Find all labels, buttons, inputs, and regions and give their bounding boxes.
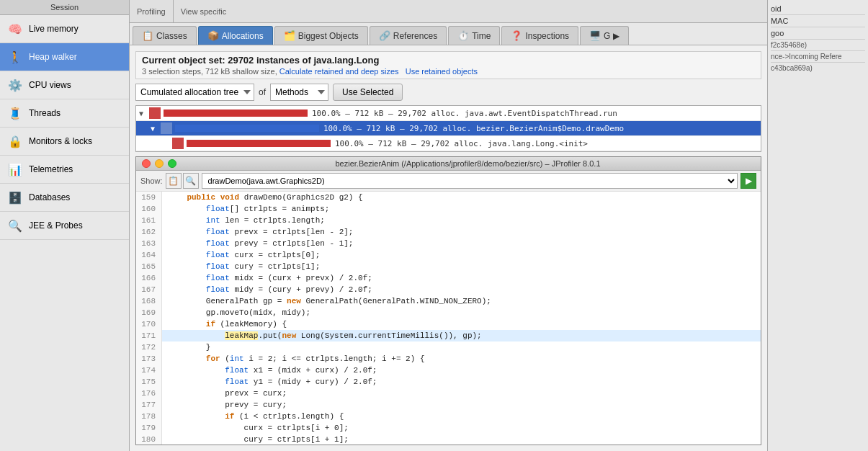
sidebar-item-heap-walker[interactable]: 🚶 Heap walker — [0, 43, 129, 71]
code-line-165: 165 float cury = ctrlpts[1]; — [136, 261, 761, 272]
sidebar-label-telemetries: Telemetries — [29, 164, 73, 174]
tab-allocations[interactable]: 📦 Allocations — [198, 26, 273, 45]
methods-dropdown[interactable]: Methods Classes Packages — [270, 84, 328, 101]
content-area: Current object set: 29702 instances of j… — [130, 45, 767, 451]
code-content[interactable]: 159 public void drawDemo(Graphics2D g2) … — [136, 192, 761, 445]
inspections-icon: ❓ — [511, 30, 522, 41]
traffic-light-yellow[interactable] — [155, 159, 164, 168]
code-line-179: 179 curx = ctrlpts[i + 0]; — [136, 422, 761, 434]
profiling-tabs: 📋 Classes 📦 Allocations 🗂️ Biggest Objec… — [130, 23, 767, 45]
heap-walker-icon: 🚶 — [7, 49, 23, 65]
tree-text-3: 100.0% – 712 kB – 29,702 alloc. java.lan… — [335, 139, 758, 148]
classes-tab-icon: 📋 — [142, 30, 153, 41]
right-panel-item-1: oid — [771, 3, 865, 15]
code-line-176: 176 prevx = curx; — [136, 388, 761, 399]
tree-row[interactable]: ▼ 100.0% – 712 kB – 29,702 alloc. bezier… — [136, 121, 761, 136]
jee-icon: 🔍 — [7, 218, 23, 233]
sidebar: Session 🧠 Live memory 🚶 Heap walker ⚙️ C… — [0, 0, 130, 451]
tab-time[interactable]: ⏱️ Time — [448, 26, 500, 45]
profiling-label: Profiling — [130, 0, 174, 22]
tab-inspections[interactable]: ❓ Inspections — [501, 26, 578, 45]
traffic-light-red[interactable] — [142, 159, 151, 168]
allocation-tree-dropdown[interactable]: Cumulated allocation tree Hot spots — [135, 84, 254, 101]
object-set-subtitle: 3 selection steps, 712 kB shallow size, … — [142, 67, 755, 76]
tree-text-1: 100.0% – 712 kB – 29,702 alloc. java.awt… — [312, 109, 758, 118]
show-label: Show: — [140, 177, 163, 185]
tree-toggle-1[interactable]: ▼ — [139, 110, 149, 117]
show-method-dropdown[interactable]: drawDemo(java.awt.Graphics2D) — [202, 173, 738, 189]
tree-row[interactable]: 100.0% – 712 kB – 29,702 alloc. java.lan… — [136, 136, 761, 151]
code-toolbar: Show: 📋 🔍 drawDemo(java.awt.Graphics2D) … — [136, 171, 761, 192]
sidebar-label-heap-walker: Heap walker — [29, 52, 77, 62]
right-panel-item-6: c43bca869a) — [771, 63, 865, 73]
code-line-167: 167 float midy = (cury + prevy) / 2.0f; — [136, 284, 761, 295]
biggest-objects-icon: 🗂️ — [284, 30, 295, 41]
bar-2 — [175, 125, 319, 132]
code-line-159: 159 public void drawDemo(Graphics2D g2) … — [136, 192, 761, 203]
run-button[interactable]: ▶ — [741, 173, 756, 189]
bar-3 — [187, 140, 331, 147]
code-line-174: 174 float x1 = (midx + curx) / 2.0f; — [136, 365, 761, 376]
code-line-175: 175 float y1 = (midy + cury) / 2.0f; — [136, 376, 761, 388]
tab-g[interactable]: 🖥️ G ▶ — [580, 26, 629, 45]
bar-1 — [164, 110, 308, 117]
right-panel-item-2: MAC — [771, 15, 865, 27]
thread-icon-1 — [149, 107, 161, 119]
sidebar-item-live-memory[interactable]: 🧠 Live memory — [0, 15, 129, 43]
traffic-light-green[interactable] — [168, 159, 176, 168]
code-line-171: 171 leakMap.put(new Long(System.currentT… — [136, 330, 761, 341]
copy-icon[interactable]: 📋 — [166, 173, 182, 189]
of-label: of — [259, 87, 266, 97]
main-content: Profiling View specific 📋 Classes 📦 Allo… — [130, 0, 767, 451]
right-panel-content: oid MAC goo f2c35468e) nce->Incoming Ref… — [768, 0, 868, 76]
sidebar-item-jee-probes[interactable]: 🔍 JEE & Probes — [0, 212, 129, 240]
sidebar-item-monitors-locks[interactable]: 🔒 Monitors & locks — [0, 128, 129, 156]
tab-biggest-objects[interactable]: 🗂️ Biggest Objects — [274, 26, 368, 45]
references-icon: 🔗 — [379, 30, 390, 41]
use-selected-button[interactable]: Use Selected — [333, 84, 403, 101]
g-tab-icon: 🖥️ — [589, 30, 601, 41]
sidebar-item-threads[interactable]: 🧵 Threads — [0, 99, 129, 128]
sidebar-label-live-memory: Live memory — [29, 24, 79, 34]
tree-table: ▼ 100.0% – 712 kB – 29,702 alloc. java.a… — [135, 105, 761, 152]
code-line-169: 169 gp.moveTo(midx, midy); — [136, 307, 761, 318]
code-line-161: 161 int len = ctrlpts.length; — [136, 215, 761, 226]
code-line-177: 177 prevy = cury; — [136, 399, 761, 411]
use-retained-link[interactable]: Use retained objects — [406, 67, 478, 76]
sidebar-item-cpu-views[interactable]: ⚙️ CPU views — [0, 71, 129, 99]
code-line-173: 173 for (int i = 2; i <= ctrlpts.length;… — [136, 353, 761, 365]
tree-toggle-2[interactable]: ▼ — [151, 125, 161, 133]
sidebar-item-databases[interactable]: 🗄️ Databases — [0, 184, 129, 212]
method-icon-3 — [172, 138, 184, 149]
code-line-160: 160 float[] ctrlpts = animpts; — [136, 203, 761, 215]
search-icon[interactable]: 🔍 — [183, 173, 199, 189]
code-line-170: 170 if (leakMemory) { — [136, 318, 761, 330]
telemetries-icon: 📊 — [7, 161, 23, 177]
tree-row[interactable]: ▼ 100.0% – 712 kB – 29,702 alloc. java.a… — [136, 106, 761, 121]
code-line-163: 163 float prevy = ctrlpts[len - 1]; — [136, 238, 761, 249]
sidebar-label-databases: Databases — [29, 192, 70, 202]
right-panel-item-3: goo — [771, 27, 865, 40]
object-set-header: Current object set: 29702 instances of j… — [135, 51, 761, 79]
time-icon: ⏱️ — [457, 30, 469, 41]
sidebar-label-threads: Threads — [29, 108, 61, 118]
tab-references[interactable]: 🔗 References — [370, 26, 447, 45]
code-line-172: 172 } — [136, 341, 761, 353]
live-memory-icon: 🧠 — [7, 21, 23, 37]
cpu-icon: ⚙️ — [7, 77, 23, 93]
toolbar-row: Cumulated allocation tree Hot spots of M… — [135, 84, 761, 101]
view-specific-label: View specific — [174, 0, 767, 22]
sidebar-item-telemetries[interactable]: 📊 Telemetries — [0, 156, 129, 184]
code-line-164: 164 float curx = ctrlpts[0]; — [136, 249, 761, 261]
tab-classes[interactable]: 📋 Classes — [133, 26, 197, 45]
session-label: Session — [0, 0, 129, 15]
tree-toggle-3[interactable] — [162, 140, 172, 148]
code-window: bezier.BezierAnim (/Applications/jprofil… — [135, 156, 761, 445]
code-title-bar: bezier.BezierAnim (/Applications/jprofil… — [136, 157, 761, 171]
right-panel-item-4: f2c35468e) — [771, 40, 865, 51]
calculate-retained-link[interactable]: Calculate retained and deep sizes — [279, 67, 399, 76]
method-icon-2 — [161, 122, 172, 134]
sidebar-label-cpu-views: CPU views — [29, 80, 71, 90]
right-panel-item-5: nce->Incoming Refere — [771, 51, 865, 63]
code-window-title: bezier.BezierAnim (/Applications/jprofil… — [181, 159, 755, 168]
